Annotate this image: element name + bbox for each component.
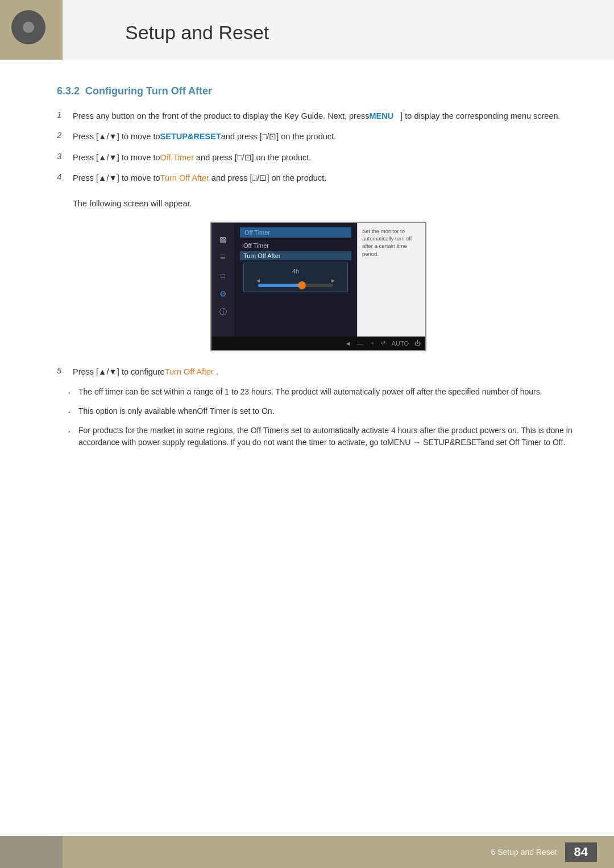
power-icon: ⏻ [414,340,421,347]
bullet-text-2: This option is only available whenOff Ti… [78,405,275,418]
lines-icon: ☰ [217,252,229,263]
step-text-5: Press [▲/▼] to configureTurn Off After . [73,366,580,378]
setup-reset-keyword: SETUP&RESET [160,132,221,141]
resize-icon: □ [217,271,229,281]
menu-title-bar: Off Timer [240,227,351,238]
bottom-icon-1: ◄ [345,340,351,347]
turn-off-after-keyword-2: Turn Off After [165,367,214,376]
bullet-text-1: The off timer can be set within a range … [78,386,542,398]
monitor-bottom-bar: ◄ — ＋ ↵ AUTO ⏻ [211,337,425,350]
gear-icon: ⚙ [217,289,229,299]
step-text-1: Press any button on the front of the pro… [73,110,580,122]
side-desc-text: Set the monitor to automatically turn of… [362,227,421,258]
off-keyword: Off [553,438,563,447]
bullet-dot-3: • [68,427,78,437]
steps-list: 1 Press any button on the front of the p… [57,110,580,210]
sidebar-icons: ▩ ☰ □ ⚙ ⓘ [211,223,234,337]
chapter-icon [11,10,45,44]
step-2: 2 Press [▲/▼] to move toSETUP&RESETand p… [57,130,580,143]
slider-fill [258,284,300,287]
slider-area: 4h ◄ ► [243,263,348,292]
step-5: 5 Press [▲/▼] to configureTurn Off After… [57,366,580,378]
off-timer-keyword-4: Off Timer [509,438,541,447]
menu-turn-off-after: Turn Off After [240,251,351,260]
off-timer-keyword-3: Off Timer [251,426,283,435]
side-description: Set the monitor to automatically turn of… [357,223,425,337]
auto-label: AUTO [392,340,409,347]
bullet-item-2: • This option is only available whenOff … [68,405,580,418]
menu-area: Off Timer Off Timer Turn Off After 4h ◄ … [234,223,357,337]
step-num-4: 4 [57,172,73,181]
step-1: 1 Press any button on the front of the p… [57,110,580,122]
monitor-inner: ▩ ☰ □ ⚙ ⓘ Off Timer Off Timer Turn Off A… [211,223,425,337]
off-timer-keyword: Off Timer [160,153,194,162]
slider-thumb [298,281,306,289]
slider-label: 4h [250,268,342,275]
arrow-left: ◄ [255,277,261,284]
step-3: 3 Press [▲/▼] to move toOff Timer and pr… [57,151,580,164]
slider-arrows: ◄ ► [255,277,336,284]
step-text-4: Press [▲/▼] to move toTurn Off After and… [73,172,580,210]
page-title: Setup and Reset [125,22,269,44]
main-content: 6.3.2 Configuring Turn Off After 1 Press… [57,68,580,823]
footer-left-band [0,836,63,868]
step-num-2: 2 [57,130,73,140]
monitor-screen: ▩ ☰ □ ⚙ ⓘ Off Timer Off Timer Turn Off A… [210,222,426,351]
step-num-1: 1 [57,110,73,119]
screen-diagram-container: ▩ ☰ □ ⚙ ⓘ Off Timer Off Timer Turn Off A… [57,222,580,351]
bottom-icon-4: ↵ [381,339,386,347]
bottom-icon-3: ＋ [369,339,375,347]
footer-page-num: 84 [565,842,597,862]
step-text-3: Press [▲/▼] to move toOff Timer and pres… [73,151,580,164]
menu-off-timer: Off Timer [240,241,351,250]
menu-keyword-1: MENU [370,111,394,121]
step-num-3: 3 [57,151,73,161]
footer: 6 Setup and Reset 84 [0,836,614,868]
bullet-list: • The off timer can be set within a rang… [68,386,580,449]
bullet-item-1: • The off timer can be set within a rang… [68,386,580,398]
bullet-item-3: • For products for the market in some re… [68,425,580,449]
section-title: 6.3.2 Configuring Turn Off After [57,85,580,97]
step-num-5: 5 [57,366,73,375]
step-text-2: Press [▲/▼] to move toSETUP&RESETand pre… [73,130,580,143]
footer-chapter-text: 6 Setup and Reset [491,848,557,857]
setup-reset-keyword-2: SETUP&RESET [423,438,480,447]
info-icon: ⓘ [217,307,229,317]
off-timer-keyword-2: Off Timer [197,406,230,416]
tv-icon: ▩ [217,234,229,244]
bottom-icon-2: — [357,340,363,347]
step-4: 4 Press [▲/▼] to move toTurn Off After a… [57,172,580,210]
arrow-right: ► [330,277,336,284]
following-screen-text: The following screen will appear. [73,199,192,208]
bullet-text-3: For products for the market in some regi… [78,425,580,449]
bullet-dot-2: • [68,408,78,417]
turn-off-after-keyword-1: Turn Off After [160,173,209,182]
bullet-dot-1: • [68,389,78,398]
menu-keyword-2: MENU [387,438,410,447]
on-keyword: On [262,406,272,416]
slider-track [258,284,333,287]
